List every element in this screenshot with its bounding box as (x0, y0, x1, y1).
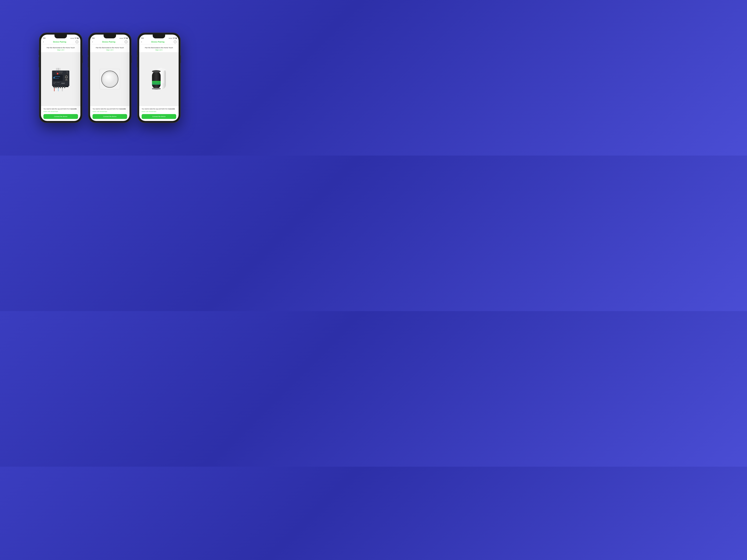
phone-3: 9:41 ▲▲▲ WiFi ▓ ‹ Device Pairing ? Pair … (137, 33, 180, 123)
phone-3-device-image (139, 52, 179, 106)
status-icons: ▲▲▲ WiFi ▓ (70, 37, 78, 39)
battery-icon-2: ▓ (127, 37, 127, 39)
phone-3-content: Pair the thermostat to the Home Touch St… (139, 45, 179, 121)
phone-3-step: Step 1 of 2 (141, 49, 176, 51)
phone-2-nav-bar: ‹ Device Pairing ? (90, 39, 130, 44)
phone-1-notch (54, 34, 67, 38)
phone-2-step: Step 1 of 2 (93, 49, 127, 51)
svg-rect-47 (152, 81, 161, 85)
wifi-icon: WiFi (75, 37, 77, 39)
phone-3-back-button[interactable]: ‹ (141, 41, 142, 43)
battery-icon-3: ▓ (176, 37, 177, 39)
svg-text:Electric: Electric (55, 78, 59, 79)
phone-3-led-text: Green LED should flash (141, 111, 176, 112)
phone-1-back-button[interactable]: ‹ (43, 41, 44, 43)
svg-rect-27 (62, 86, 63, 88)
signal-icon-3: ▲▲▲ (169, 37, 172, 39)
svg-text:Schneider: Schneider (54, 76, 60, 77)
phones-container: 9:41 ▲▲▲ WiFi ▓ ‹ Device Pairing ? Pair … (39, 33, 180, 123)
phone-1-led-text: Green LED should flash (44, 111, 78, 112)
phone-1-connect-button[interactable]: Connect the device (44, 114, 78, 119)
phone-1-device-image: LED Setup/Reset Test Schneider Elec (41, 52, 80, 106)
phone-2-nav-title: Device Pairing (102, 41, 115, 43)
svg-point-5 (57, 73, 58, 74)
svg-rect-9 (59, 73, 60, 74)
phone-3-help-button[interactable]: ? (174, 41, 177, 43)
svg-point-50 (152, 70, 161, 73)
schneider-device-svg: LED Setup/Reset Test Schneider Elec (49, 67, 72, 91)
round-thermostat-svg (97, 66, 123, 92)
phone-2-back-button[interactable]: ‹ (92, 41, 93, 43)
battery-icon: ▓ (77, 37, 78, 39)
phone-2-content: Pair the thermostat to the Home Touch St… (90, 45, 130, 121)
svg-rect-10 (61, 73, 62, 74)
phone-1-nav-title: Device Pairing (53, 41, 66, 43)
svg-rect-46 (152, 88, 161, 89)
phone-2: 9:41 ▲▲▲ WiFi ▓ ‹ Device Pairing ? Pair … (88, 33, 131, 123)
phone-3-nav-bar: ‹ Device Pairing ? (139, 39, 179, 44)
phone-1-nav-bar: ‹ Device Pairing ? (41, 39, 80, 44)
phone-2-screen: 9:41 ▲▲▲ WiFi ▓ ‹ Device Pairing ? Pair … (90, 34, 130, 121)
svg-rect-26 (60, 86, 61, 88)
status-time-2: 9:41 (92, 37, 95, 39)
svg-text:Setup/Reset: Setup/Reset (58, 72, 63, 73)
phone-2-instruction: You need to twist the cap and hold it fo… (93, 108, 127, 110)
phone-3-subtitle: Pair the thermostat to the Home Touch St… (139, 45, 179, 52)
svg-rect-24 (55, 86, 56, 88)
svg-text:220-240V~, 50/60Hz: 220-240V~, 50/60Hz (53, 82, 60, 83)
svg-rect-48 (162, 70, 164, 83)
phone-3-instruction: You need to twist the cap and hold it fo… (141, 108, 176, 110)
phone-1-instruction: You need to twist the cap and hold it fo… (44, 108, 78, 110)
phone-1-bottom: You need to twist the cap and hold it fo… (41, 106, 80, 121)
status-time: 9:41 (43, 37, 46, 39)
phone-3-connect-button[interactable]: Connect the device (141, 114, 176, 119)
phone-2-device-image (90, 52, 130, 106)
phone-3-subtitle-main: Pair the thermostat to the Home Touch (141, 47, 176, 49)
phone-1-screen: 9:41 ▲▲▲ WiFi ▓ ‹ Device Pairing ? Pair … (41, 34, 80, 121)
svg-point-15 (53, 77, 55, 79)
svg-rect-25 (58, 86, 59, 88)
cylinder-device-svg (147, 66, 171, 92)
signal-icon-2: ▲▲▲ (120, 37, 123, 39)
phone-3-notch (153, 34, 165, 38)
status-time-3: 9:41 (141, 37, 144, 39)
svg-text:10AX: 10AX (53, 83, 55, 84)
status-icons-3: ▲▲▲ WiFi ▓ (169, 37, 177, 39)
phone-1-subtitle: Pair the thermostat to the Home Touch St… (41, 45, 80, 52)
svg-rect-28 (64, 86, 65, 88)
svg-text:Test: Test (67, 72, 68, 73)
svg-text:EAC: EAC (61, 82, 65, 84)
phone-2-subtitle-main: Pair the thermostat to the Home Touch (93, 47, 127, 49)
wifi-icon-2: WiFi (124, 37, 126, 39)
svg-rect-23 (54, 86, 55, 88)
svg-text:LED: LED (56, 72, 58, 73)
phone-2-connect-button[interactable]: Connect the device (93, 114, 127, 119)
phone-3-bottom: You need to twist the cap and hold it fo… (139, 106, 179, 121)
svg-rect-11 (67, 73, 68, 74)
svg-text:N: N (58, 85, 58, 86)
phone-1-content: Pair the thermostat to the Home Touch St… (41, 45, 80, 121)
svg-point-42 (103, 73, 117, 86)
svg-rect-44 (152, 71, 161, 89)
phone-2-notch (104, 34, 116, 38)
phone-3-screen: 9:41 ▲▲▲ WiFi ▓ ‹ Device Pairing ? Pair … (139, 34, 179, 121)
phone-1-subtitle-main: Pair the thermostat to the Home Touch (44, 47, 78, 49)
status-icons-2: ▲▲▲ WiFi ▓ (120, 37, 127, 39)
phone-1: 9:41 ▲▲▲ WiFi ▓ ‹ Device Pairing ? Pair … (39, 33, 82, 123)
phone-2-led-text: Green LED should flash (93, 111, 127, 112)
phone-3-nav-title: Device Pairing (151, 41, 164, 43)
wifi-icon-3: WiFi (173, 37, 175, 39)
phone-2-bottom: You need to twist the cap and hold it fo… (90, 106, 130, 121)
phone-1-step: Step 1 of 2 (44, 49, 78, 51)
phone-1-help-button[interactable]: ? (76, 41, 78, 43)
signal-icon: ▲▲▲ (70, 37, 74, 39)
phone-2-subtitle: Pair the thermostat to the Home Touch St… (90, 45, 130, 52)
phone-2-help-button[interactable]: ? (125, 41, 127, 43)
